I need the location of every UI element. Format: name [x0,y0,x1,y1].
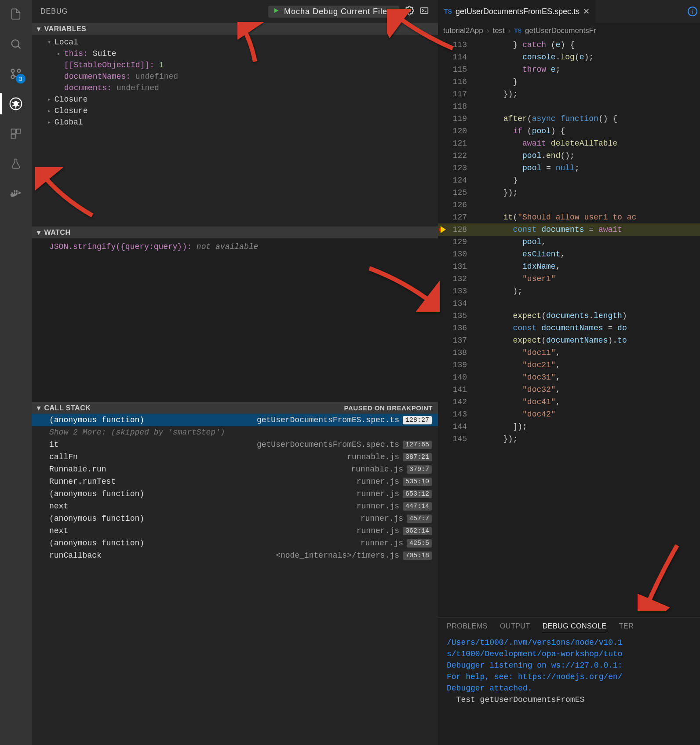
code-line[interactable]: 137 expect(documentNames).to [438,334,700,347]
code-line[interactable]: 121 await deleteAllTable [438,137,700,150]
var-this[interactable]: ▸this: Suite [32,48,438,59]
stack-frame[interactable]: runCallback<node_internals>/timers.js705… [32,549,438,562]
line-number[interactable]: 137 [438,334,475,347]
code-line[interactable]: 118 [438,100,700,113]
scope-closure-2[interactable]: ▸Closure [32,105,438,117]
breadcrumb-item[interactable]: getUserDocumentsFr [525,26,596,35]
stack-frame[interactable]: itgetUserDocumentsFromES.spec.ts127:65 [32,438,438,451]
line-number[interactable]: 128 [438,223,475,236]
line-number[interactable]: 132 [438,273,475,285]
code-line[interactable]: 129 pool, [438,236,700,248]
close-icon[interactable]: ✕ [583,7,590,16]
line-number[interactable]: 118 [438,100,475,113]
stack-frame[interactable]: callFnrunnable.js387:21 [32,451,438,463]
line-number[interactable]: 142 [438,396,475,408]
source-control-icon[interactable]: 3 [7,65,25,83]
code-line[interactable]: 115 throw e; [438,63,700,76]
watch-section-header[interactable]: ▾ WATCH [32,226,438,238]
line-number[interactable]: 135 [438,310,475,322]
var-documents[interactable]: ▸documents: undefined [32,82,438,94]
code-line[interactable]: 134 [438,297,700,310]
code-line[interactable]: 138 "doc11", [438,347,700,359]
code-line[interactable]: 142 "doc41", [438,396,700,408]
code-line[interactable]: 124 } [438,174,700,186]
stack-frame[interactable]: (anonymous function)runner.js425:5 [32,537,438,549]
line-number[interactable]: 140 [438,371,475,383]
line-number[interactable]: 131 [438,260,475,273]
explorer-icon[interactable] [7,5,25,23]
stack-frame[interactable]: nextrunner.js447:14 [32,500,438,512]
code-line[interactable]: 125 }); [438,186,700,199]
debug-console[interactable]: /Users/t1000/.nvm/versions/node/v10.1s/t… [438,633,700,709]
scope-closure-1[interactable]: ▸Closure [32,94,438,105]
code-line[interactable]: 119 after(async function() { [438,113,700,125]
line-number[interactable]: 141 [438,383,475,396]
line-number[interactable]: 143 [438,408,475,420]
line-number[interactable]: 125 [438,186,475,199]
line-number[interactable]: 138 [438,347,475,359]
docker-icon[interactable] [7,185,25,202]
line-number[interactable]: 134 [438,297,475,310]
line-number[interactable]: 117 [438,88,475,100]
editor-tab[interactable]: TS getUserDocumentsFromES.spec.ts ✕ [438,0,596,23]
line-number[interactable]: 133 [438,285,475,297]
line-number[interactable]: 126 [438,199,475,211]
tab-terminal[interactable]: TER [619,622,634,633]
code-line[interactable]: 144 ]); [438,420,700,433]
code-line[interactable]: 120 if (pool) { [438,125,700,137]
code-line[interactable]: 114 console.log(e); [438,51,700,63]
code-line[interactable]: 130 esClient, [438,248,700,260]
code-line[interactable]: 126 [438,199,700,211]
tab-debug-console[interactable]: DEBUG CONSOLE [543,622,607,633]
code-line[interactable]: 122 pool.end(); [438,150,700,162]
stack-frame[interactable]: nextrunner.js362:14 [32,525,438,537]
line-number[interactable]: 115 [438,63,475,76]
line-number[interactable]: 129 [438,236,475,248]
code-line[interactable]: 139 "doc21", [438,359,700,371]
code-editor[interactable]: 113 } catch (e) {114 console.log(e);115 … [438,39,700,617]
var-stableid[interactable]: ▸[[StableObjectId]]: 1 [32,59,438,71]
scope-global[interactable]: ▸Global [32,117,438,128]
line-number[interactable]: 127 [438,211,475,223]
line-number[interactable]: 123 [438,162,475,174]
stack-frame[interactable]: (anonymous function)runner.js653:12 [32,488,438,500]
line-number[interactable]: 136 [438,322,475,334]
variables-section-header[interactable]: ▾ VARIABLES [32,23,438,35]
debug-config-select[interactable]: Mocha Debug Current File ▴▾ [268,6,399,18]
var-documentnames[interactable]: ▸documentNames: undefined [32,71,438,82]
code-line[interactable]: 141 "doc32", [438,383,700,396]
breadcrumb-item[interactable]: tutorial2App [443,26,483,35]
line-number[interactable]: 116 [438,76,475,88]
code-line[interactable]: 116 } [438,76,700,88]
breadcrumb[interactable]: tutorial2App › test › TS getUserDocument… [438,23,700,39]
test-beaker-icon[interactable] [7,155,25,172]
code-line[interactable]: 140 "doc31", [438,371,700,383]
code-line[interactable]: 117 }); [438,88,700,100]
info-icon[interactable]: i [688,7,697,16]
line-number[interactable]: 120 [438,125,475,137]
line-number[interactable]: 122 [438,150,475,162]
extensions-icon[interactable] [7,125,25,142]
play-icon[interactable] [273,7,280,16]
line-number[interactable]: 121 [438,137,475,150]
gear-icon[interactable] [405,6,414,17]
line-number[interactable]: 145 [438,433,475,445]
console-icon[interactable] [419,6,429,17]
dropdown-icon[interactable]: ▴▾ [392,8,395,15]
line-number[interactable]: 114 [438,51,475,63]
stack-frame[interactable]: (anonymous function)getUserDocumentsFrom… [32,414,438,426]
code-line[interactable]: 127 it("Should allow user1 to ac [438,211,700,223]
code-line[interactable]: 113 } catch (e) { [438,39,700,51]
stack-frame[interactable]: Runnable.runrunnable.js379:7 [32,463,438,475]
line-number[interactable]: 144 [438,420,475,433]
line-number[interactable]: 139 [438,359,475,371]
code-line[interactable]: 132 "user1" [438,273,700,285]
line-number[interactable]: 119 [438,113,475,125]
code-line[interactable]: 143 "doc42" [438,408,700,420]
tab-output[interactable]: OUTPUT [500,622,530,633]
search-icon[interactable] [7,35,25,53]
code-line[interactable]: 136 const documentNames = do [438,322,700,334]
breadcrumb-item[interactable]: test [492,26,504,35]
code-line[interactable]: 135 expect(documents.length) [438,310,700,322]
code-line[interactable]: 145 }); [438,433,700,445]
